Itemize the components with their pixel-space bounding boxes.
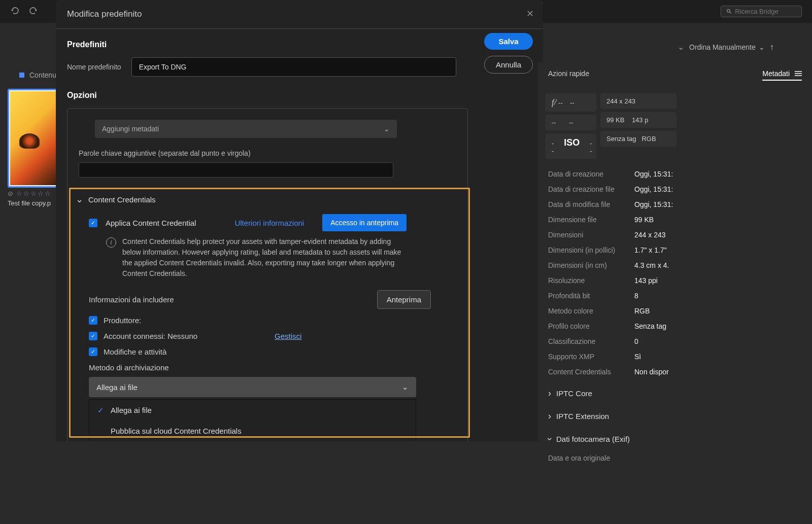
metadata-row: Data di modifica fileOggi, 15:31:: [538, 197, 812, 212]
chevron-down-icon: ⌄: [76, 194, 83, 205]
metadata-row: Risoluzione143 ppi: [538, 273, 812, 288]
exif-section[interactable]: Dati fotocamera (Exif): [538, 428, 812, 450]
metadata-row: Data di creazioneOggi, 15:31:: [538, 166, 812, 182]
edits-label: Modifiche e attività: [104, 347, 166, 356]
producer-label: Produttore:: [104, 316, 141, 325]
preview-access-button[interactable]: Accesso in anteprima: [322, 214, 407, 231]
reject-icon[interactable]: ⊘: [8, 190, 13, 197]
save-button[interactable]: Salva: [484, 33, 533, 50]
options-section-title: Opzioni: [67, 91, 532, 100]
chevron-down-icon: ⌄: [759, 43, 765, 51]
chevron-down-icon[interactable]: ⌄: [678, 42, 684, 52]
thumbnail-tile[interactable]: ⊘ ☆☆☆☆☆ Test file copy.p: [8, 89, 58, 203]
file-name: Test file copy.p: [8, 199, 58, 207]
sort-asc-icon[interactable]: ↑: [770, 43, 774, 52]
menu-icon[interactable]: [795, 70, 802, 77]
metadata-row: Dimensioni244 x 243: [538, 227, 812, 242]
predefined-section-title: Predefiniti: [67, 40, 532, 49]
tag-box: Senza tag RGB: [600, 131, 676, 147]
storage-option-publish-cloud[interactable]: Pubblica sul cloud Content Credentials: [89, 421, 416, 441]
accounts-label: Account connessi: Nessuno: [104, 332, 197, 340]
metadata-row: Dimensione file99 KB: [538, 212, 812, 227]
modal-title: Modifica predefinito ✕: [56, 0, 543, 29]
apply-cc-checkbox[interactable]: ✓: [89, 219, 97, 227]
svg-point-0: [727, 10, 730, 13]
preview-button[interactable]: Anteprima: [377, 290, 431, 309]
chevron-down-icon: [548, 434, 551, 444]
keywords-input[interactable]: [79, 162, 393, 178]
content-credentials-header[interactable]: ⌄ Content Credentials: [76, 194, 456, 205]
square-icon: [19, 73, 24, 78]
sort-dropdown[interactable]: Ordina Manualmente⌄: [689, 43, 765, 51]
include-label: Informazioni da includere: [89, 295, 174, 304]
chevron-down-icon: ⌄: [402, 382, 409, 392]
search-input[interactable]: [721, 6, 802, 17]
chevron-down-icon: ⌄: [384, 125, 390, 133]
storage-option-attach[interactable]: Allega ai file: [89, 400, 416, 421]
producer-checkbox[interactable]: ✓: [89, 316, 97, 325]
metadata-row: Content CredentialsNon dispor: [538, 364, 812, 379]
metadata-row: Classificazione0: [538, 334, 812, 349]
aperture-box: f/ -- --: [546, 93, 596, 112]
dimensions-box: 244 x 243: [600, 93, 676, 109]
exposure-box: -- --: [546, 115, 596, 130]
metadata-row: Data di creazione fileOggi, 15:31:: [538, 182, 812, 197]
iptc-ext-section[interactable]: IPTC Extension: [538, 405, 812, 428]
iso-box: --ISO--: [546, 133, 596, 159]
preset-name-input[interactable]: [131, 57, 456, 77]
storage-method-dropdown[interactable]: Allega ai file ⌄: [89, 377, 416, 397]
edit-preset-modal: Modifica predefinito ✕ Predefiniti Nome …: [56, 0, 543, 441]
metadata-tab[interactable]: Metadati: [762, 69, 802, 81]
keywords-label: Parole chiave aggiuntive (separate dal p…: [79, 149, 456, 157]
preset-name-label: Nome predefinito: [67, 63, 121, 71]
close-icon[interactable]: ✕: [526, 8, 534, 19]
rating-stars[interactable]: ⊘ ☆☆☆☆☆: [8, 190, 58, 197]
storage-method-menu: Allega ai file Pubblica sul cloud Conten…: [89, 399, 416, 441]
size-box: 99 KB 143 p: [600, 112, 676, 128]
chevron-right-icon: [548, 388, 551, 399]
accounts-checkbox[interactable]: ✓: [89, 332, 97, 340]
apply-cc-label: Applica Content Credential: [106, 219, 196, 227]
metadata-row: Dimensioni (in pollici)1.7" x 1.7": [538, 242, 812, 258]
redo-icon[interactable]: [28, 6, 38, 18]
more-info-link[interactable]: Ulteriori informazioni: [234, 219, 304, 227]
cancel-button[interactable]: Annulla: [484, 56, 533, 74]
metadata-row: Profondità bit8: [538, 288, 812, 303]
search-icon: [726, 8, 732, 15]
storage-method-label: Metodo di archiviazione: [89, 363, 456, 372]
undo-icon[interactable]: [10, 6, 20, 18]
svg-line-1: [730, 12, 731, 14]
quick-actions-label: Azioni rapide: [548, 69, 589, 81]
metadata-row: Data e ora originale: [538, 450, 812, 466]
metadata-row: Supporto XMPSì: [538, 349, 812, 364]
chevron-right-icon: [548, 411, 551, 422]
edits-checkbox[interactable]: ✓: [89, 347, 97, 356]
iptc-core-section[interactable]: IPTC Core: [538, 382, 812, 405]
manage-link[interactable]: Gestisci: [275, 332, 301, 340]
metadata-row: Profilo coloreSenza tag: [538, 319, 812, 334]
thumbnail-image: [10, 91, 56, 185]
metadata-row: Metodo coloreRGB: [538, 303, 812, 319]
metadata-row: Dimensioni (in cm)4.3 cm x 4.: [538, 258, 812, 273]
info-icon: i: [106, 237, 116, 248]
add-metadata-dropdown[interactable]: Aggiungi metadati ⌄: [95, 120, 397, 138]
cc-description: Content Credentials help protect your as…: [122, 236, 407, 279]
